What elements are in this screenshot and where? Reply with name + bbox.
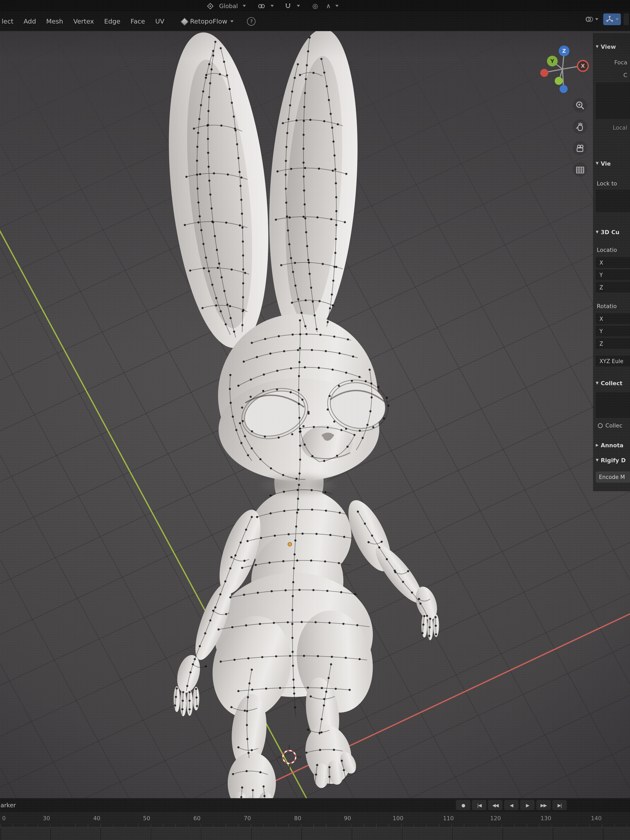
disclosure-triangle-icon: ▶ (595, 443, 598, 447)
collection-item[interactable]: Collec (594, 421, 630, 429)
zoom-button[interactable] (573, 98, 587, 112)
frame-label: 70 (244, 815, 251, 821)
chevron-down-icon (243, 5, 246, 7)
next-keyframe-button[interactable]: ▶▶ (536, 800, 551, 810)
chevron-down-icon (271, 5, 274, 7)
magnifier-icon (575, 100, 585, 111)
rigify-section-header[interactable]: ▼ Rigify D (594, 455, 630, 465)
menu-uv[interactable]: UV (155, 18, 164, 25)
frame-label: 90 (344, 815, 351, 821)
frame-label: 60 (193, 815, 201, 821)
menu-edge[interactable]: Edge (104, 18, 120, 25)
frame-label: 50 (143, 815, 150, 821)
timeline-track-strip[interactable] (0, 827, 630, 840)
pan-button[interactable] (573, 119, 587, 134)
view-lock-section-header[interactable]: ▼ Vie (594, 158, 630, 168)
gizmo-z-neg[interactable] (560, 85, 568, 93)
frame-label: 0 (2, 815, 6, 821)
snap-magnet-icon[interactable] (284, 2, 292, 10)
chevron-down-icon (231, 21, 234, 22)
focal-length-label: Foca (594, 58, 630, 66)
object-origin-dot (288, 542, 292, 546)
menu-add[interactable]: Add (24, 18, 36, 25)
chevron-down-icon (297, 5, 300, 7)
chevron-down-icon (616, 18, 619, 20)
cursor-location-x-field[interactable]: X (595, 257, 630, 268)
overlays-toggle-button[interactable] (583, 13, 601, 25)
collection-dot-icon (598, 423, 603, 428)
svg-text:Z: Z (562, 48, 566, 54)
menu-vertex[interactable]: Vertex (73, 18, 94, 25)
timeline-header: arker ● |◀ ◀◀ ◀ ▶ ▶▶ ▶| (0, 798, 630, 812)
record-button[interactable]: ● (456, 800, 470, 810)
viewport-header: lect Add Mesh Vertex Edge Face UV Retopo… (0, 12, 630, 31)
play-button[interactable]: ▶ (520, 800, 535, 810)
shading-button-partial[interactable] (624, 13, 629, 25)
overlays-icon (585, 15, 594, 24)
rotation-mode-dropdown[interactable]: XYZ Eule (595, 355, 630, 366)
annotations-section-header[interactable]: ▶ Annota (594, 441, 630, 450)
svg-text:X: X (581, 63, 585, 69)
falloff-curve-icon[interactable]: ∧ (326, 3, 331, 9)
retopoflow-dropdown[interactable]: RetopoFlow (182, 18, 234, 25)
prev-keyframe-button[interactable]: ◀◀ (488, 800, 502, 810)
jump-start-button[interactable]: |◀ (472, 800, 486, 810)
frame-label: 100 (393, 815, 404, 821)
disclosure-triangle-icon: ▼ (595, 381, 598, 385)
disclosure-triangle-icon: ▼ (595, 44, 598, 49)
svg-text:Y: Y (550, 58, 554, 64)
orientation-dropdown[interactable]: Global (219, 3, 238, 9)
lock-object-field[interactable] (595, 189, 630, 212)
local-camera-label: Local (594, 123, 630, 132)
gizmo-y-neg[interactable] (555, 77, 563, 85)
grid-icon (575, 164, 585, 175)
frame-label: 110 (443, 815, 454, 821)
gizmos-toggle-button[interactable] (603, 13, 621, 25)
menu-select[interactable]: lect (2, 18, 14, 25)
retopoflow-diamond-icon (181, 18, 188, 25)
jump-end-button[interactable]: ▶| (552, 800, 567, 810)
ortho-toggle-button[interactable] (573, 162, 587, 177)
frame-label: 40 (93, 815, 100, 821)
cursor-rotation-y-field[interactable]: Y (595, 325, 630, 336)
gizmo-x-neg[interactable] (540, 69, 548, 77)
lock-to-label: Lock to (594, 179, 630, 188)
frame-label: 80 (294, 815, 301, 821)
collections-box[interactable] (595, 392, 630, 418)
chevron-down-icon (336, 5, 339, 7)
tool-settings-bar: Global ◎ ∧ (0, 0, 630, 12)
cursor-rotation-x-field[interactable]: X (595, 313, 630, 324)
menu-face[interactable]: Face (131, 18, 145, 25)
navigation-gizmo[interactable]: Z X Y (538, 46, 592, 99)
marker-menu[interactable]: arker (0, 802, 16, 808)
blender-window: Global ◎ ∧ lect Add Mesh Vertex Edge Fac (0, 0, 630, 840)
frame-label: 140 (591, 815, 602, 821)
menu-mesh[interactable]: Mesh (46, 18, 63, 25)
disclosure-triangle-icon: ▼ (595, 230, 598, 234)
clip-label: C (594, 71, 630, 79)
3d-viewport[interactable]: Z X Y (0, 31, 630, 798)
frame-label: 130 (541, 815, 551, 821)
frame-ruler[interactable]: 0 30 40 50 60 70 80 90 100 110 120 130 1… (0, 812, 630, 827)
disclosure-triangle-icon: ▼ (595, 458, 598, 463)
frame-label: 120 (490, 815, 501, 821)
pivot-point-icon[interactable] (257, 2, 266, 10)
view-section-header[interactable]: ▼ View (594, 42, 630, 52)
view-fields[interactable] (595, 82, 630, 119)
cursor-location-z-field[interactable]: Z (595, 282, 630, 292)
disclosure-triangle-icon: ▼ (595, 161, 598, 166)
cursor-rotation-z-field[interactable]: Z (595, 338, 630, 349)
playback-controls: ● |◀ ◀◀ ◀ ▶ ▶▶ ▶| (456, 800, 567, 810)
frame-label: 30 (43, 815, 50, 821)
encode-metarig-button[interactable]: Encode M (595, 472, 630, 483)
camera-icon (575, 143, 585, 153)
collections-section-header[interactable]: ▼ Collect (594, 378, 630, 388)
cursor-location-y-field[interactable]: Y (595, 269, 630, 280)
hand-icon (575, 121, 585, 132)
help-icon[interactable]: ? (247, 17, 256, 25)
cursor-section-header[interactable]: ▼ 3D Cu (594, 227, 630, 237)
camera-view-button[interactable] (573, 141, 587, 155)
play-reverse-button[interactable]: ◀ (504, 800, 518, 810)
proportional-editing-icon[interactable]: ◎ (312, 3, 318, 9)
chevron-down-icon (595, 18, 598, 20)
